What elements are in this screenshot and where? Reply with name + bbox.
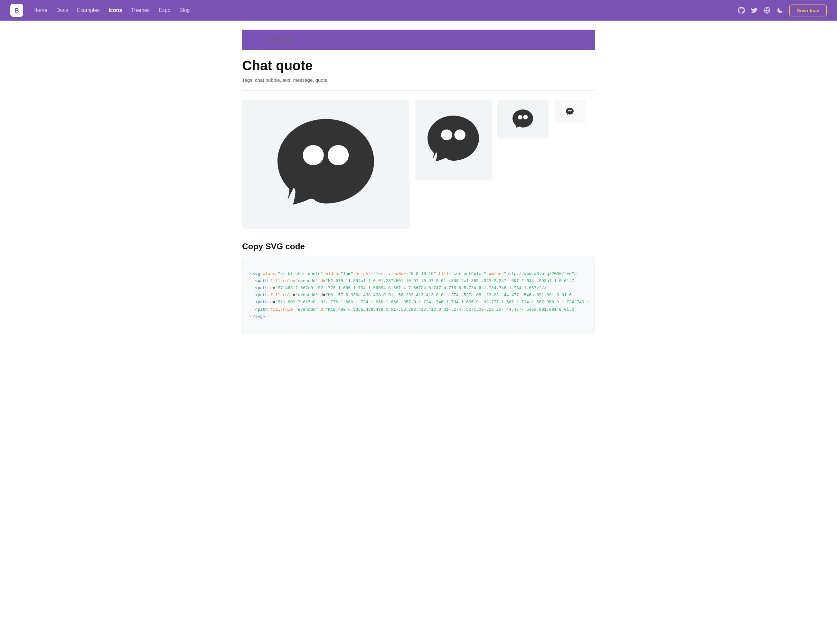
divider (242, 90, 595, 91)
main-content: Icons / Chat quote Chat quote Tags: chat… (232, 21, 605, 353)
nav-icons[interactable]: Icons (108, 7, 122, 13)
preview-tiny (554, 100, 586, 123)
nav-expo[interactable]: Expo (159, 7, 170, 13)
copy-svg-title: Copy SVG code (242, 242, 595, 251)
breadcrumb: Icons / Chat quote (242, 30, 595, 50)
nav-examples[interactable]: Examples (77, 7, 100, 13)
preview-large (242, 100, 409, 228)
logo[interactable]: B (10, 4, 23, 17)
breadcrumb-current: Chat quote (271, 37, 294, 43)
nav-docs[interactable]: Docs (56, 7, 68, 13)
preview-small (497, 100, 548, 138)
nav-blog[interactable]: Blog (179, 7, 190, 13)
nav-icon-group: Download (738, 5, 827, 16)
github-icon[interactable] (738, 7, 745, 14)
nav-home[interactable]: Home (33, 7, 47, 13)
icon-medium (428, 114, 479, 166)
icon-previews (242, 100, 595, 228)
page-tags: Tags: chat bubble, text, message, quote (242, 77, 595, 83)
nav-links: Home Docs Examples Icons Themes Expo Blo… (33, 7, 727, 13)
icon-tiny (566, 108, 574, 115)
theme-icon[interactable] (776, 7, 784, 14)
page-title: Chat quote (242, 58, 595, 74)
npm-icon[interactable] (763, 7, 771, 14)
preview-medium (415, 100, 492, 180)
navbar: B Home Docs Examples Icons Themes Expo B… (0, 0, 837, 21)
copy-svg-section: Copy SVG code <svg class="bi bi-chat-quo… (242, 242, 595, 334)
icon-small (512, 109, 533, 130)
nav-themes[interactable]: Themes (131, 7, 150, 13)
twitter-icon[interactable] (751, 7, 758, 14)
icon-large (277, 116, 374, 212)
download-button[interactable]: Download (789, 5, 827, 16)
breadcrumb-parent[interactable]: Icons (253, 37, 264, 43)
breadcrumb-separator: / (267, 37, 268, 43)
svg-code-block[interactable]: <svg class="bi bi-chat-quote" width="1em… (242, 256, 595, 334)
